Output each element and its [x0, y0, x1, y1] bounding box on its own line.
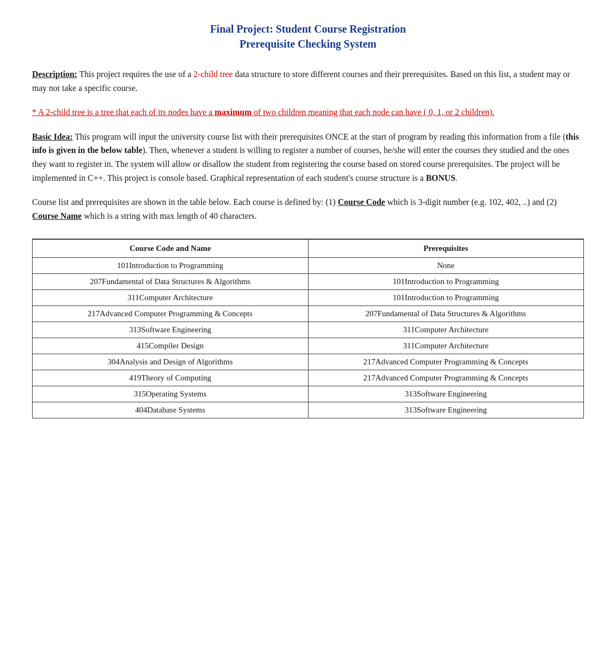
- basic-idea-label: Basic Idea:: [32, 132, 73, 141]
- table-cell-course: 404Database Systems: [33, 402, 309, 418]
- course-list-intro: Course list and prerequisites are shown …: [32, 195, 584, 223]
- basic-idea-section: Basic Idea: This program will input the …: [32, 130, 584, 185]
- description-section: Description: This project requires the u…: [32, 67, 584, 95]
- course-list-text1: Course list and prerequisites are shown …: [32, 197, 338, 207]
- table-header-prereq: Prerequisites: [308, 239, 584, 258]
- table-header-course: Course Code and Name: [33, 239, 309, 258]
- basic-idea-text1: This program will input the university c…: [75, 132, 566, 141]
- note-block: * A 2-child tree is a tree that each of …: [32, 105, 584, 119]
- table-row: 419Theory of Computing217Advanced Comput…: [33, 370, 584, 386]
- table-row: 101Introduction to ProgrammingNone: [33, 258, 584, 274]
- page-title: Final Project: Student Course Registrati…: [32, 21, 584, 51]
- table-row: 207Fundamental of Data Structures & Algo…: [33, 274, 584, 290]
- table-cell-course: 304Analysis and Design of Algorithms: [33, 354, 309, 370]
- table-cell-course: 415Compiler Design: [33, 338, 309, 354]
- basic-idea-bonus: BONUS: [426, 173, 455, 182]
- table-cell-prereq: 101Introduction to Programming: [308, 274, 584, 290]
- table-cell-course: 313Software Engineering: [33, 322, 309, 338]
- table-cell-prereq: 311Computer Architecture: [308, 338, 584, 354]
- table-row: 415Compiler Design311Computer Architectu…: [33, 338, 584, 354]
- table-cell-course: 311Computer Architecture: [33, 290, 309, 306]
- table-row: 315Operating Systems313Software Engineer…: [33, 386, 584, 402]
- table-cell-course: 419Theory of Computing: [33, 370, 309, 386]
- course-code-label: Course Code: [338, 197, 385, 207]
- table-cell-prereq: 313Software Engineering: [308, 386, 584, 402]
- table-cell-prereq: 311Computer Architecture: [308, 322, 584, 338]
- table-row: 311Computer Architecture101Introduction …: [33, 290, 584, 306]
- description-text-before: This project requires the use of a: [79, 70, 194, 79]
- table-cell-prereq: None: [308, 258, 584, 274]
- table-cell-course: 315Operating Systems: [33, 386, 309, 402]
- table-row: 404Database Systems313Software Engineeri…: [33, 402, 584, 418]
- two-child-tree-highlight: 2-child tree: [194, 70, 233, 79]
- note-star: * A 2-child tree is a tree that each of …: [32, 108, 495, 117]
- table-row: 304Analysis and Design of Algorithms217A…: [33, 354, 584, 370]
- table-cell-course: 101Introduction to Programming: [33, 258, 309, 274]
- table-cell-prereq: 313Software Engineering: [308, 402, 584, 418]
- table-row: 217Advanced Computer Programming & Conce…: [33, 306, 584, 322]
- table-cell-prereq: 217Advanced Computer Programming & Conce…: [308, 370, 584, 386]
- course-table: Course Code and Name Prerequisites 101In…: [32, 239, 584, 418]
- course-name-label: Course Name: [32, 211, 82, 220]
- table-cell-prereq: 217Advanced Computer Programming & Conce…: [308, 354, 584, 370]
- note-bold-maximum: maximum: [214, 108, 251, 117]
- table-cell-course: 217Advanced Computer Programming & Conce…: [33, 306, 309, 322]
- course-list-text2: which is 3-digit number (e.g. 102, 402, …: [385, 197, 557, 207]
- course-list-text3: which is a string with max length of 40 …: [82, 211, 257, 220]
- description-label: Description:: [32, 70, 77, 79]
- table-cell-prereq: 207Fundamental of Data Structures & Algo…: [308, 306, 584, 322]
- table-row: 313Software Engineering311Computer Archi…: [33, 322, 584, 338]
- basic-idea-text3: .: [456, 173, 458, 182]
- course-table-section: Course Code and Name Prerequisites 101In…: [32, 239, 584, 418]
- table-cell-course: 207Fundamental of Data Structures & Algo…: [33, 274, 309, 290]
- table-cell-prereq: 101Introduction to Programming: [308, 290, 584, 306]
